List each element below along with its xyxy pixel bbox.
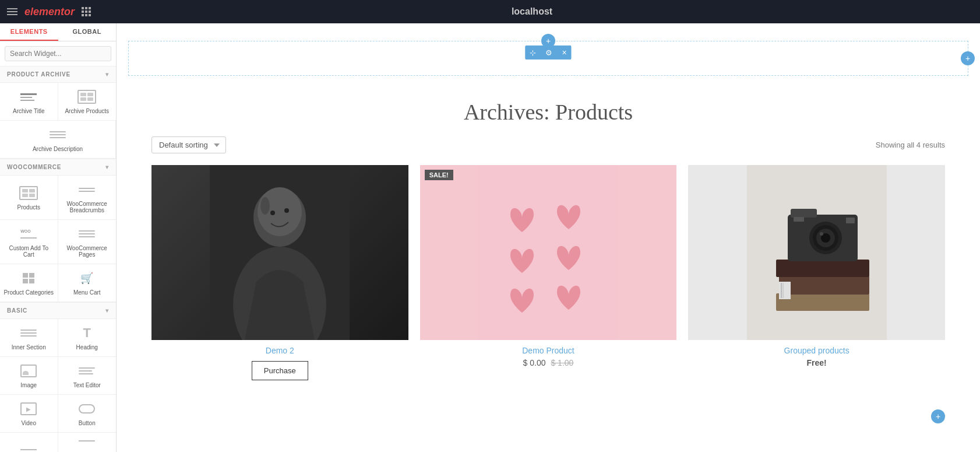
- widget-image[interactable]: Image: [0, 357, 58, 395]
- free-text: Free!: [807, 358, 827, 367]
- svg-rect-14: [782, 283, 784, 298]
- products-icon: [19, 185, 38, 201]
- product-card-1: Demo 2 Purchase: [151, 165, 408, 380]
- bottom-add-section-button[interactable]: +: [931, 409, 945, 423]
- site-title: localhost: [512, 6, 552, 17]
- widget-archive-description[interactable]: Archive Description: [0, 121, 116, 159]
- hamburger-menu-icon[interactable]: [7, 8, 17, 15]
- svg-rect-16: [791, 209, 817, 218]
- sale-badge-2: SALE!: [425, 170, 453, 180]
- woo-pages-icon: [77, 226, 96, 242]
- widget-button[interactable]: Button: [58, 395, 117, 433]
- video-icon: [19, 401, 38, 417]
- widget-menu-cart-label: Menu Cart: [73, 289, 101, 296]
- widget-products[interactable]: Products: [0, 176, 58, 220]
- section-header-product-archive[interactable]: PRODUCT ARCHIVE ▾: [0, 66, 116, 83]
- product-categories-icon: [19, 270, 38, 286]
- widget-menu-cart[interactable]: 🛒 Menu Cart: [58, 264, 117, 302]
- svg-rect-22: [846, 218, 855, 223]
- product-original-price: $ 1.00: [551, 358, 573, 367]
- woocommerce-widgets: Products WooCommerce Breadcrumbs Custom …: [0, 176, 116, 303]
- chevron-down-icon: ▾: [105, 71, 109, 78]
- section-wrapper: + ⊹ ⚙ × + Archives: Products: [117, 41, 980, 427]
- archive-description-icon: [48, 127, 67, 143]
- basic-chevron-icon: ▾: [105, 307, 109, 314]
- product-price-2: $ 0.00 $ 1.00: [420, 358, 677, 367]
- widget-divider[interactable]: Divider: [0, 433, 58, 452]
- widget-woo-pages-label: WooCommerce Pages: [61, 245, 114, 258]
- product-free-label-3: Free!: [688, 358, 945, 367]
- product-sale-price: $ 0.00: [523, 358, 546, 367]
- tab-global[interactable]: GLOBAL: [58, 23, 117, 41]
- search-input[interactable]: [5, 46, 111, 61]
- elementor-logo: elementor: [24, 6, 75, 18]
- widget-button-label: Button: [79, 420, 96, 426]
- widget-archive-title[interactable]: Archive Title: [0, 83, 58, 121]
- widget-archive-description-label: Archive Description: [33, 146, 83, 152]
- widget-text-editor[interactable]: Text Editor: [58, 357, 117, 395]
- widget-product-categories-label: Product Categories: [3, 289, 54, 296]
- sidebar: ELEMENTS GLOBAL PRODUCT ARCHIVE ▾ Archiv…: [0, 23, 117, 452]
- woo-breadcrumbs-icon: [77, 181, 96, 198]
- svg-point-6: [260, 197, 270, 215]
- svg-point-5: [284, 208, 289, 213]
- product-card-3: Grouped products Free!: [688, 165, 945, 380]
- section-label-basic: BASIC: [7, 307, 27, 314]
- button-icon: [77, 401, 96, 417]
- widget-archive-products-label: Archive Products: [65, 108, 109, 114]
- divider-icon: [19, 439, 38, 452]
- section-close-button[interactable]: ×: [557, 45, 571, 59]
- widget-image-label: Image: [20, 382, 37, 388]
- image-icon: [19, 363, 38, 379]
- section-settings-button[interactable]: ⚙: [541, 46, 557, 59]
- widget-heading[interactable]: T Heading: [58, 319, 117, 357]
- right-add-column-button[interactable]: +: [961, 51, 975, 65]
- widget-text-editor-label: Text Editor: [73, 382, 101, 388]
- section-label-product-archive: PRODUCT ARCHIVE: [7, 71, 70, 78]
- widget-archive-products[interactable]: Archive Products: [58, 83, 117, 121]
- product-name-2: Demo Product: [420, 346, 677, 355]
- svg-rect-10: [779, 276, 869, 295]
- inner-section-icon: [19, 325, 38, 341]
- menu-cart-icon: 🛒: [77, 270, 96, 286]
- widget-inner-section-label: Inner Section: [12, 344, 46, 351]
- widget-woo-breadcrumbs[interactable]: WooCommerce Breadcrumbs: [58, 176, 117, 220]
- spacer-icon: [77, 439, 96, 452]
- svg-point-21: [820, 232, 823, 236]
- shop-controls: Default sorting Showing all 4 results: [151, 136, 945, 153]
- section-move-button[interactable]: ⊹: [525, 46, 541, 59]
- widget-woo-pages[interactable]: WooCommerce Pages: [58, 220, 117, 264]
- widget-custom-add-to-cart-label: Custom Add To Cart: [3, 245, 55, 258]
- tab-elements[interactable]: ELEMENTS: [0, 23, 58, 41]
- section-header-basic[interactable]: BASIC ▾: [0, 303, 116, 319]
- widget-woo-breadcrumbs-label: WooCommerce Breadcrumbs: [61, 201, 114, 213]
- results-count: Showing all 4 results: [876, 141, 945, 149]
- sort-select[interactable]: Default sorting: [151, 136, 226, 153]
- product-name-3: Grouped products: [688, 346, 945, 355]
- archive-products-icon: [77, 89, 96, 105]
- grid-apps-icon[interactable]: [82, 7, 91, 16]
- section-header-woocommerce[interactable]: WOOCOMMERCE ▾: [0, 159, 116, 176]
- widget-inner-section[interactable]: Inner Section: [0, 319, 58, 357]
- product-archive-widgets: Archive Title Archive Products Archive D…: [0, 83, 116, 159]
- product-image-wrapper-2: SALE!: [420, 165, 677, 340]
- heading-icon: T: [77, 325, 96, 341]
- widget-product-categories[interactable]: Product Categories: [0, 264, 58, 302]
- sidebar-tabs: ELEMENTS GLOBAL: [0, 23, 116, 41]
- widget-custom-add-to-cart[interactable]: Custom Add To Cart: [0, 220, 58, 264]
- sidebar-content: PRODUCT ARCHIVE ▾ Archive Title Archive …: [0, 66, 116, 452]
- search-bar: [0, 41, 116, 66]
- product-card-2: SALE! Demo Product $ 0.00 $ 1.00: [420, 165, 677, 380]
- purchase-button-1[interactable]: Purchase: [252, 361, 308, 380]
- widget-video[interactable]: Video: [0, 395, 58, 433]
- svg-rect-11: [776, 260, 869, 277]
- archive-title-icon: [19, 89, 38, 105]
- widget-spacer[interactable]: Spacer: [58, 433, 117, 452]
- top-bar-left: elementor: [7, 6, 91, 18]
- section-label-woocommerce: WOOCOMMERCE: [7, 164, 61, 170]
- widget-video-label: Video: [22, 420, 36, 426]
- svg-rect-23: [794, 217, 804, 222]
- product-image-hearts: [420, 165, 677, 340]
- products-grid: Demo 2 Purchase: [151, 165, 945, 380]
- top-bar: elementor localhost: [0, 0, 980, 23]
